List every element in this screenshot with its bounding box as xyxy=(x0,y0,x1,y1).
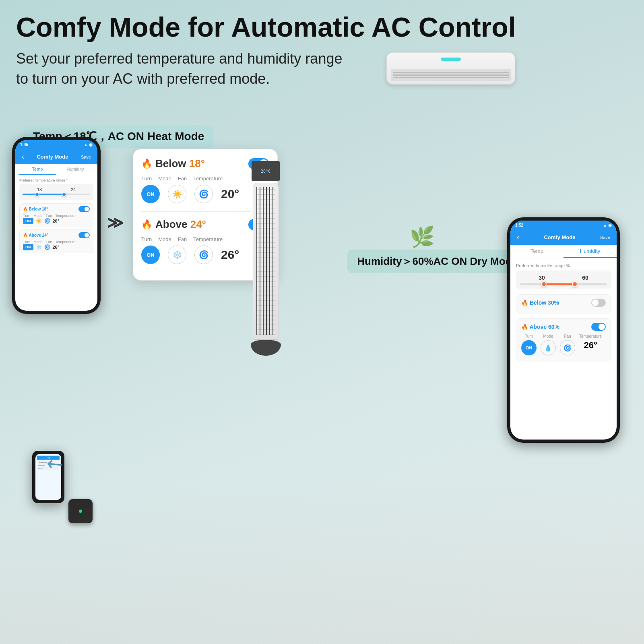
btn-on-center[interactable]: ON xyxy=(141,185,160,203)
toggle-above-left[interactable] xyxy=(78,232,90,238)
btn-on-below-left[interactable]: ON xyxy=(23,218,33,224)
toggle-below-left[interactable] xyxy=(78,206,90,212)
below-text-right: Below 30% xyxy=(530,299,559,306)
nav-back-right[interactable]: ‹ xyxy=(517,233,519,242)
fan-lbl-a: Fan xyxy=(46,240,52,244)
rphone-body: Preferred humidity range % 30 60 xyxy=(510,258,617,370)
nav-save-left[interactable]: Save xyxy=(81,155,91,159)
turn-lbl-center: Turn xyxy=(141,175,152,182)
templbl-l: Temperature xyxy=(55,214,76,218)
toggle-above-right[interactable] xyxy=(591,323,606,331)
time-left: 1:45 xyxy=(20,142,28,147)
nav-title-left: Comfy Mode xyxy=(37,154,68,160)
below-temp-left: 20° xyxy=(53,219,60,223)
snowflake-icon-center[interactable]: ❄️ xyxy=(168,246,186,264)
track-fill-right xyxy=(542,283,576,285)
btn-on-above-left[interactable]: ON xyxy=(23,244,33,250)
nav-title-right: Comfy Mode xyxy=(544,234,575,240)
fan-col2-center: 🌀 xyxy=(194,246,213,264)
phone-frame-right: 1:52 ▲ ◉ ‹ Comfy Mode Save Temp Humidity… xyxy=(507,217,620,443)
thumb-left-right[interactable] xyxy=(541,281,547,287)
temp-col-right: Temperature 26° xyxy=(579,334,602,355)
temp-lbl-center: Temperature xyxy=(193,175,223,182)
flame-icon2-left: 🔥 xyxy=(23,233,28,237)
turn-col2-center: ON xyxy=(141,246,160,264)
btn-on2-center[interactable]: ON xyxy=(141,246,160,264)
above-val-center: 24° xyxy=(190,218,206,230)
above-text-right: Above 60% xyxy=(529,324,559,330)
slider-thumb1-left[interactable] xyxy=(35,192,39,197)
track-right[interactable] xyxy=(520,283,607,285)
main-title: Comfy Mode for Automatic AC Control xyxy=(16,12,628,42)
above-title-left: 🔥 Above 24° xyxy=(23,233,48,237)
temp-col2-center: 26° xyxy=(221,248,239,262)
sun-icon-center[interactable]: ☀️ xyxy=(168,185,186,203)
turn-lbl-l: Turn xyxy=(23,214,30,218)
above-header-left: 🔥 Above 24° xyxy=(23,232,90,238)
flame-center: 🔥 xyxy=(141,159,152,169)
tab-temp-right[interactable]: Temp xyxy=(510,245,564,258)
ac-body xyxy=(386,52,515,85)
nav-bar-right: ‹ Comfy Mode Save xyxy=(510,230,617,245)
range-values-left: 18 24 xyxy=(23,187,90,192)
slider-area-right[interactable]: 30 60 xyxy=(516,270,611,289)
temp-lbl2-center: Temperature xyxy=(193,236,223,242)
flame-right1: 🔥 xyxy=(521,299,528,306)
signals-right: ▲ ◉ xyxy=(603,223,612,227)
below-block-right: 🔥 Below 30% xyxy=(516,294,611,314)
phone-content-left: Preferred temperature range ° 18 24 xyxy=(15,175,97,259)
fan2-icon-left: 🌀 xyxy=(44,244,50,250)
fan-icon-right[interactable]: 🌀 xyxy=(560,340,575,355)
droplet-icon-right[interactable]: 💧 xyxy=(541,340,556,355)
slider-track-left[interactable] xyxy=(23,194,90,195)
btn-on-right[interactable]: ON xyxy=(521,340,537,355)
tab-humidity-left[interactable]: Humidity xyxy=(56,164,94,175)
above-block-right: 🔥 Above 60% Turn ON Mode 💧 xyxy=(516,318,611,361)
subtitle-line1: Set your preferred temperature and humid… xyxy=(16,50,342,67)
range-slider-left[interactable]: 18 24 xyxy=(19,184,93,200)
fan-lbl-l: Fan xyxy=(46,214,52,218)
fan-display: 26°C xyxy=(252,161,280,181)
above-text-left: Above 24° xyxy=(29,233,48,237)
subtitle-line2: to turn on your AC with preferred mode. xyxy=(16,70,270,87)
turn-col-right: Turn ON xyxy=(521,334,537,355)
temp-lbl-right: Temperature xyxy=(579,334,602,339)
below-condition-left: 🔥 Below 18° Turn Mode Fan Temperature ON… xyxy=(19,203,93,227)
below-title-left: 🔥 Below 18° xyxy=(23,207,48,211)
templbl-a: Temperature xyxy=(55,240,76,244)
actions-labels-left: Turn Mode Fan Temperature xyxy=(23,214,90,218)
above-title-right: 🔥 Above 60% xyxy=(521,324,559,330)
fan-base xyxy=(251,340,281,356)
slider-thumb2-left[interactable] xyxy=(62,192,66,197)
mode-lbl-a: Mode xyxy=(33,240,43,244)
above-text-center: Above 24° xyxy=(155,218,206,231)
slider-vals-right: 30 60 xyxy=(520,275,607,281)
tab-temp-left[interactable]: Temp xyxy=(19,164,56,175)
fan-lbl-right: Fan xyxy=(564,334,571,339)
above-actions-left: ON ❄️ 🌀 26° xyxy=(23,244,90,250)
fan2-icon-center[interactable]: 🌀 xyxy=(194,246,213,264)
nav-back-left[interactable]: ‹ xyxy=(22,153,24,161)
tabs-left: Temp Humidity xyxy=(15,164,97,175)
above-temp-left: 26° xyxy=(53,245,60,250)
slider-val2-right: 60 xyxy=(582,275,588,281)
tab-humidity-right[interactable]: Humidity xyxy=(564,245,617,258)
below-temp-center: 20° xyxy=(221,187,239,201)
above-hdr-right: 🔥 Above 60% xyxy=(521,323,606,331)
time-right: 1:52 xyxy=(515,223,523,227)
flame2-center: 🔥 xyxy=(141,219,152,230)
fan-col-right: Fan 🌀 xyxy=(560,334,575,355)
fan-lbl-center: Fan xyxy=(178,175,187,182)
thumb-right-right[interactable] xyxy=(572,281,578,287)
fan-lbl2-center: Fan xyxy=(178,236,187,242)
snowflake-icon-left: ❄️ xyxy=(36,244,42,250)
turn-lbl2-center: Turn xyxy=(141,236,152,242)
toggle-below-right[interactable] xyxy=(591,299,606,307)
status-bar-left: 1:45 ▲ ◉ xyxy=(15,140,97,149)
nav-save-right[interactable]: Save xyxy=(600,235,610,240)
turn-lbl-right: Turn xyxy=(525,334,533,339)
ac-unit xyxy=(386,52,523,101)
fan-icon-center[interactable]: 🌀 xyxy=(194,185,213,203)
mode-col2-center: ❄️ xyxy=(168,246,186,264)
mode-col-center: ☀️ xyxy=(168,185,186,203)
